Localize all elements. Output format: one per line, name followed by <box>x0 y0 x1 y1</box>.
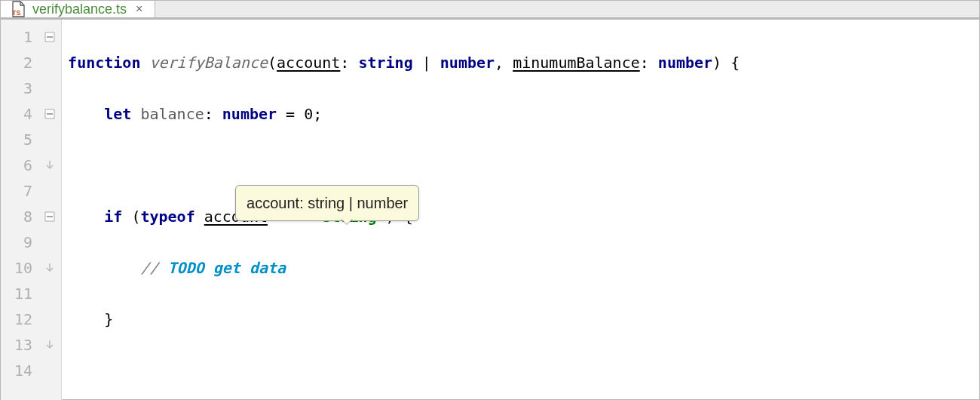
fold-toggle-icon[interactable] <box>43 107 57 121</box>
function-name: verifyBalance <box>149 54 268 72</box>
line-number: 14 <box>14 358 32 383</box>
fold-column <box>40 20 61 400</box>
fold-end-icon <box>43 261 57 275</box>
code-line[interactable] <box>68 152 979 178</box>
line-number: 2 <box>14 50 32 75</box>
editor-window: TS verifybalance.ts × 1 2 3 4 5 6 7 8 9 … <box>0 0 980 400</box>
line-number: 13 <box>14 332 32 358</box>
line-number: 9 <box>14 229 32 255</box>
code-line[interactable]: let balance: number = 0; <box>68 101 979 127</box>
code-line[interactable]: if (typeof account === "string") { <box>68 204 979 229</box>
line-numbers: 1 2 3 4 5 6 7 8 9 10 11 12 13 14 <box>1 20 40 400</box>
identifier: balance <box>140 105 204 123</box>
svg-text:TS: TS <box>12 9 21 17</box>
code-editor[interactable]: 1 2 3 4 5 6 7 8 9 10 11 12 13 14 <box>1 20 979 400</box>
fold-toggle-icon[interactable] <box>43 30 57 44</box>
param: account <box>277 54 340 72</box>
line-number: 12 <box>14 306 32 332</box>
fold-end-icon <box>43 158 57 172</box>
code-area[interactable]: function verifyBalance(account: string |… <box>62 20 979 400</box>
keyword: function <box>68 54 140 72</box>
line-number: 7 <box>14 178 32 204</box>
type: string <box>358 54 412 72</box>
keyword: let <box>104 105 131 123</box>
type: number <box>222 105 277 123</box>
type: number <box>440 54 495 72</box>
tab-filename: verifybalance.ts <box>32 2 127 17</box>
tab-bar: TS verifybalance.ts × <box>1 1 979 20</box>
keyword: if <box>104 208 122 226</box>
type: number <box>658 54 712 72</box>
code-line[interactable]: function verifyBalance(account: string |… <box>68 50 979 75</box>
line-number: 4 <box>14 101 32 127</box>
line-number: 6 <box>14 152 32 178</box>
tab-verifybalance[interactable]: TS verifybalance.ts × <box>1 1 155 17</box>
line-number: 11 <box>14 281 32 306</box>
code-line[interactable] <box>68 358 979 383</box>
number-literal: 0 <box>304 105 313 123</box>
fold-toggle-icon[interactable] <box>43 210 57 223</box>
todo-tag: TODO <box>168 259 204 277</box>
code-line[interactable]: // TODO get data <box>68 255 979 281</box>
line-number: 10 <box>14 255 32 281</box>
fold-end-icon <box>43 338 57 352</box>
keyword: typeof <box>140 208 194 226</box>
line-number: 3 <box>14 75 32 101</box>
code-line[interactable]: } <box>68 306 979 332</box>
comment: // TODO get data <box>140 259 286 277</box>
param: minumumBalance <box>513 54 640 72</box>
line-number: 8 <box>14 204 32 229</box>
line-number: 1 <box>14 24 32 50</box>
line-number: 5 <box>14 127 32 152</box>
type-hint-tooltip: account: string | number <box>235 185 419 221</box>
close-icon[interactable]: × <box>133 2 145 16</box>
ts-file-icon: TS <box>10 1 26 17</box>
gutter: 1 2 3 4 5 6 7 8 9 10 11 12 13 14 <box>1 20 62 400</box>
